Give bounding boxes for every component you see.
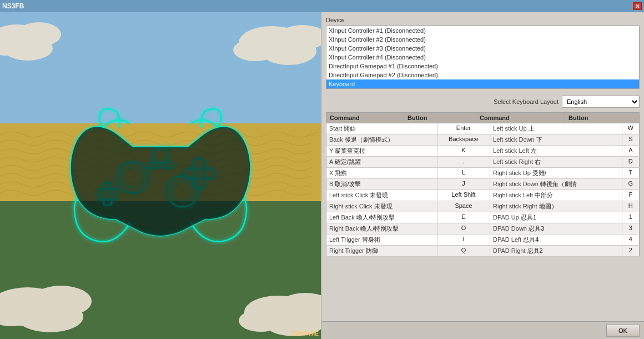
btn2-cell: F [622,190,639,201]
btn2-cell: W [622,123,639,134]
cmd1-cell: Left Trigger 替身術 [326,235,437,246]
table-row: Start 開始 Enter Left stick Up 上 W [326,123,640,134]
cmd1-cell: Left Back 喚人/特別攻擊 [326,212,437,223]
table-row: Right Trigger 防御 Q DPAD Right 忍具2 2 [326,246,640,257]
header-command1: Command [326,113,404,123]
btn2-cell: A [622,146,639,157]
header-button1: Button [404,113,476,123]
window-title: NS3FB [2,2,24,10]
svg-point-18 [261,37,316,65]
svg-point-6 [3,36,53,61]
table-row: Left Trigger 替身術 I DPAD Left 忍具4 4 [326,235,640,246]
cmd2-cell: Right stick Up 受難/ [490,168,622,179]
table-row: Right Back 喚人/特別攻擊 O DPAD Down 忍具3 3 [326,223,640,235]
btn2-cell: 4 [622,235,639,246]
cmd2-cell: Left stick Left 左 [490,146,622,157]
cmd1-cell: A 確定/跳躍 [326,157,437,168]
cmd1-cell: X 飛察 [326,168,437,179]
cmd1-cell: Right stick Click 未發現 [326,201,437,212]
cmd1-cell: Y 凝葉查克拉 [326,146,437,157]
btn1-cell: Left Shift [437,190,490,201]
device-item-xinput4[interactable]: XInput Controller #4 (Disconnected) [326,53,639,62]
commands-table: Start 開始 Enter Left stick Up 上 W Back 後退… [326,123,640,257]
ok-button[interactable]: OK [606,325,640,337]
cmd1-cell: Right Back 喚人/特別攻擊 [326,223,437,235]
device-item-xinput1[interactable]: XInput Controller #1 (Disconnected) [326,26,639,35]
cmd1-cell: Right Trigger 防御 [326,246,437,257]
device-item-dinput2[interactable]: DirectInput Gamepad #2 (Disconnected) [326,71,639,79]
bottom-bar: OK [321,321,644,339]
cmd1-cell: Start 開始 [326,123,437,134]
cmd2-cell: DPAD Down 忍具3 [490,223,622,235]
table-row: Right stick Click 未發現 Space Right stick … [326,201,640,212]
cmd2-cell: DPAD Right 忍具2 [490,246,622,257]
table-row: Left stick Click 未發現 Left Shift Right st… [326,190,640,201]
btn2-cell: H [622,201,639,212]
game-artwork-panel: 3DMGAME [0,12,321,339]
gamepad-image [66,97,255,255]
device-item-keyboard[interactable]: Keyboard [326,79,639,88]
header-button2: Button [565,113,637,123]
btn2-cell: 3 [622,223,639,235]
commands-section: Command Button Command Button Start 開始 E… [321,110,644,321]
btn1-cell: J [437,179,490,190]
header-command2: Command [476,113,565,123]
btn2-cell: G [622,179,639,190]
btn1-cell: O [437,223,490,235]
btn1-cell: Space [437,201,490,212]
table-row: B 取消/攻擊 J Right stick Down 轉視角（劇情 G [326,179,640,190]
device-item-dinput1[interactable]: DirectInput Gamepad #1 (Disconnected) [326,62,639,71]
cmd2-cell: Right stick Right 地圖） [490,201,622,212]
keyboard-layout-label: Select Keyboard Layout [494,98,559,105]
btn1-cell: K [437,146,490,157]
btn1-cell: . [437,157,490,168]
btn1-cell: Backspace [437,134,490,146]
right-panel: Device XInput Controller #1 (Disconnecte… [321,12,644,339]
table-row: Y 凝葉查克拉 K Left stick Left 左 A [326,146,640,157]
keyboard-layout-row: Select Keyboard Layout English Japanese … [321,93,644,110]
btn1-cell: E [437,212,490,223]
cmd1-cell: Back 後退（劇情模式） [326,134,437,146]
close-button[interactable]: ✕ [633,2,642,10]
btn1-cell: Enter [437,123,490,134]
btn2-cell: 1 [622,212,639,223]
device-item-xinput2[interactable]: XInput Controller #2 (Disconnected) [326,35,639,44]
device-section: Device XInput Controller #1 (Disconnecte… [321,12,644,93]
keyboard-layout-select[interactable]: English Japanese Chinese [562,96,640,108]
watermark: 3DMGAME [290,331,319,337]
table-row: A 確定/跳躍 . Left stick Right 右 D [326,157,640,168]
btn1-cell: I [437,235,490,246]
cmd2-cell: Right stick Down 轉視角（劇情 [490,179,622,190]
cmd2-cell: DPAD Left 忍具4 [490,235,622,246]
btn2-cell: 2 [622,246,639,257]
device-item-xinput3[interactable]: XInput Controller #3 (Disconnected) [326,44,639,53]
device-label: Device [326,17,640,23]
device-list[interactable]: XInput Controller #1 (Disconnected) XInp… [326,26,640,89]
cmd2-cell: DPAD Up 忍具1 [490,212,622,223]
cmd2-cell: Left stick Down 下 [490,134,622,146]
cmd1-cell: B 取消/攻擊 [326,179,437,190]
btn2-cell: S [622,134,639,146]
cmd2-cell: Left stick Up 上 [490,123,622,134]
btn1-cell: Q [437,246,490,257]
svg-point-10 [17,301,83,332]
btn2-cell: T [622,168,639,179]
btn2-cell: D [622,157,639,168]
cmd1-cell: Left stick Click 未發現 [326,190,437,201]
commands-table-header: Command Button Command Button [326,112,640,123]
table-row: X 飛察 L Right stick Up 受難/ T [326,168,640,179]
cmd2-cell: Right stick Left 中部分 [490,190,622,201]
btn1-cell: L [437,168,490,179]
cmd2-cell: Left stick Right 右 [490,157,622,168]
table-row: Left Back 喚人/特別攻擊 E DPAD Up 忍具1 1 [326,212,640,223]
title-bar: NS3FB ✕ [0,0,644,12]
table-row: Back 後退（劇情模式） Backspace Left stick Down … [326,134,640,146]
